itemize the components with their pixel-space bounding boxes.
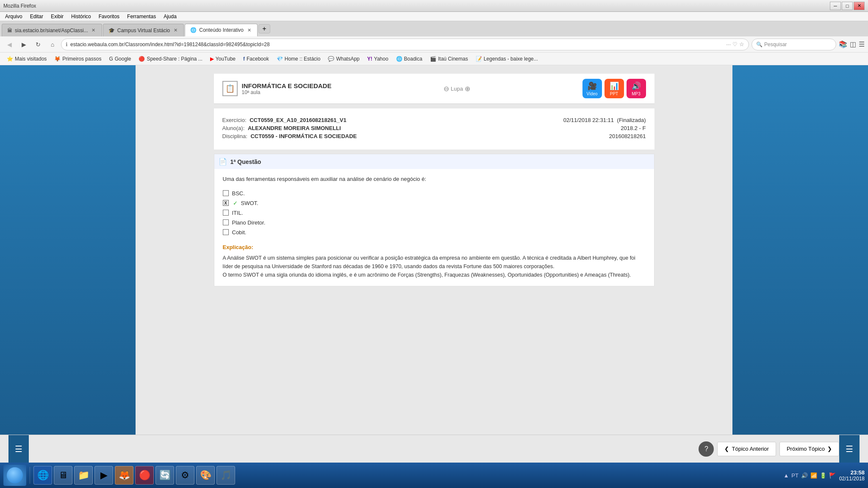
course-title-area: 📋 INFORMÁTICA E SOCIEDADE 10ª aula bbox=[222, 81, 332, 96]
document-icon: 📋 bbox=[225, 84, 235, 93]
tab-campus[interactable]: 🎓 Campus Virtual Estácio ✕ bbox=[103, 24, 184, 36]
bookmark-speedshare[interactable]: 🔴 Speed-Share : Página ... bbox=[135, 55, 205, 63]
taskbar-ie[interactable]: 🌐 bbox=[33, 466, 52, 485]
taskbar-settings[interactable]: ⚙ bbox=[176, 466, 194, 485]
prev-topic-button[interactable]: ❮ Tópico Anterior bbox=[717, 442, 776, 456]
main-area: 📋 INFORMÁTICA E SOCIEDADE 10ª aula ⊖ Lup… bbox=[0, 65, 868, 463]
bookmark-yahoo[interactable]: Y! Yahoo bbox=[364, 55, 392, 63]
taskbar-update[interactable]: 🔄 bbox=[155, 466, 174, 485]
menu-editar[interactable]: Editar bbox=[27, 13, 47, 20]
bookmark-star-icon[interactable]: ♡ bbox=[732, 41, 738, 47]
reader-icon[interactable]: ☆ bbox=[739, 41, 744, 47]
menu-historico[interactable]: Histórico bbox=[68, 13, 94, 20]
bookmark-home-estacio[interactable]: 💎 Home :: Estácio bbox=[273, 55, 324, 63]
boadica-icon: 🌐 bbox=[396, 56, 402, 62]
zoom-controls: ⊖ Lupa ⊕ bbox=[444, 85, 470, 93]
title-bar-text: Mozilla Firefox bbox=[3, 3, 36, 9]
home-button[interactable]: ⌂ bbox=[47, 39, 58, 50]
left-menu-button[interactable]: ☰ bbox=[8, 435, 29, 463]
taskbar-firefox[interactable]: 🦊 bbox=[115, 466, 133, 485]
taskbar-paint[interactable]: 🎨 bbox=[196, 466, 215, 485]
youtube-icon: ▶ bbox=[210, 56, 214, 62]
option-bsc[interactable]: BSC. bbox=[223, 190, 646, 197]
address-icons: ··· ♡ ☆ bbox=[726, 41, 744, 47]
maximize-button[interactable]: □ bbox=[842, 2, 853, 10]
checkbox-cobit[interactable] bbox=[223, 229, 229, 235]
bookmark-boadica[interactable]: 🌐 Boadica bbox=[393, 55, 426, 63]
tab-close-campus[interactable]: ✕ bbox=[172, 28, 178, 33]
video-button[interactable]: 🎥 Vídeo bbox=[582, 79, 602, 98]
back-button[interactable]: ◀ bbox=[3, 39, 15, 50]
checkbox-bsc[interactable] bbox=[223, 190, 229, 196]
menu-favoritos[interactable]: Favoritos bbox=[95, 13, 123, 20]
bookmark-google[interactable]: G Google bbox=[105, 55, 134, 63]
tray-flag-icon: 🚩 bbox=[829, 472, 836, 479]
sidebar-right bbox=[732, 65, 868, 463]
bookmark-youtube[interactable]: ▶ YouTube bbox=[207, 55, 239, 63]
zoom-in-button[interactable]: ⊕ bbox=[465, 85, 470, 93]
option-label-itil: ITIL. bbox=[232, 210, 243, 216]
help-button[interactable]: ? bbox=[699, 441, 714, 457]
search-box[interactable]: 🔍 Pesquisar bbox=[752, 39, 836, 50]
tab-close-sianet[interactable]: ✕ bbox=[91, 28, 97, 33]
exercise-area: Exercício: CCT0559_EX_A10_201608218261_V… bbox=[214, 108, 654, 150]
library-icon[interactable]: 📚 bbox=[839, 40, 847, 48]
bookmark-label: Legendas - baixe lege... bbox=[484, 56, 538, 62]
bookmarks-bar: ⭐ Mais visitados 🦊 Primeiros passos G Go… bbox=[0, 53, 868, 65]
close-button[interactable]: ✕ bbox=[854, 2, 865, 10]
minimize-button[interactable]: ─ bbox=[830, 2, 841, 10]
question-text: Uma das ferramentas responsáveis em auxi… bbox=[223, 175, 646, 183]
checkbox-itil[interactable] bbox=[223, 210, 229, 216]
bookmark-primeiros-passos[interactable]: 🦊 Primeiros passos bbox=[51, 55, 105, 63]
menu-ferramentas[interactable]: Ferramentas bbox=[124, 13, 159, 20]
address-box[interactable]: ℹ estacio.webaula.com.br/Classroom/index… bbox=[61, 39, 749, 50]
tab-close-conteudo[interactable]: ✕ bbox=[246, 27, 252, 33]
exercise-semester-right: 2018.2 - F bbox=[621, 125, 646, 131]
menu-exibir[interactable]: Exibir bbox=[47, 13, 67, 20]
tray-up-arrow[interactable]: ▲ bbox=[783, 472, 789, 479]
menu-arquivo[interactable]: Arquivo bbox=[2, 13, 26, 20]
taskbar-opera[interactable]: 🔴 bbox=[135, 466, 154, 485]
sidebar-icon[interactable]: ◫ bbox=[850, 40, 856, 48]
bookmark-mais-visitados[interactable]: ⭐ Mais visitados bbox=[3, 55, 50, 63]
tab-conteudo[interactable]: 🌐 Conteúdo Interativo ✕ bbox=[185, 24, 258, 36]
bookmark-legendas[interactable]: 📝 Legendas - baixe lege... bbox=[472, 55, 541, 63]
bookmark-whatsapp[interactable]: 💬 WhatsApp bbox=[324, 55, 363, 63]
exercise-semester: 2018.2 - F bbox=[621, 125, 646, 131]
option-label-cobit: Cobit. bbox=[232, 229, 247, 236]
clock: 23:58 02/11/2018 bbox=[839, 469, 865, 482]
question-icon: 📄 bbox=[219, 158, 227, 166]
right-menu-button[interactable]: ☰ bbox=[839, 435, 860, 463]
taskbar-media[interactable]: ▶ bbox=[94, 466, 113, 485]
tab-label-conteudo: Conteúdo Interativo bbox=[199, 27, 244, 33]
video-icon: 🎥 bbox=[588, 81, 597, 91]
taskbar-explorer[interactable]: 🖥 bbox=[54, 466, 72, 485]
more-icon[interactable]: ··· bbox=[726, 41, 731, 47]
taskbar-right: ▲ PT 🔊 📶 🔋 🚩 23:58 02/11/2018 bbox=[783, 469, 865, 482]
zoom-out-button[interactable]: ⊖ bbox=[444, 85, 449, 93]
option-cobit[interactable]: Cobit. bbox=[223, 229, 646, 236]
mp3-button[interactable]: 🔊 MP3 bbox=[627, 79, 646, 98]
bookmark-facebook[interactable]: f Facebook bbox=[240, 55, 272, 63]
explanation-text: A Análise SWOT é um sistema simples para… bbox=[223, 254, 646, 279]
menu-ajuda[interactable]: Ajuda bbox=[160, 13, 180, 20]
ppt-button[interactable]: 📊 PPT bbox=[605, 79, 624, 98]
menu-icon[interactable]: ☰ bbox=[859, 40, 865, 48]
start-button[interactable] bbox=[3, 465, 26, 486]
checkbox-plano-diretor[interactable] bbox=[223, 219, 229, 225]
bookmark-itau-cinemas[interactable]: 🎬 Itaú Cinemas bbox=[427, 55, 471, 63]
checkbox-swot[interactable]: X bbox=[223, 200, 229, 206]
tab-sianet[interactable]: 🏛 sia.estacio.br/sianet/AspClassi... ✕ bbox=[2, 24, 102, 36]
reload-button[interactable]: ↻ bbox=[32, 39, 44, 50]
forward-button[interactable]: ▶ bbox=[18, 39, 30, 50]
bookmark-label: Primeiros passos bbox=[62, 56, 101, 62]
bookmark-label: YouTube bbox=[216, 56, 236, 62]
new-tab-button[interactable]: + bbox=[258, 24, 270, 33]
toolbar-icons: 📚 ◫ ☰ bbox=[839, 40, 865, 48]
option-swot[interactable]: X ✓ SWOT. bbox=[223, 200, 646, 206]
taskbar-itunes[interactable]: 🎵 bbox=[216, 466, 235, 485]
taskbar-files[interactable]: 📁 bbox=[74, 466, 93, 485]
option-itil[interactable]: ITIL. bbox=[223, 210, 646, 216]
option-plano-diretor[interactable]: Plano Diretor. bbox=[223, 219, 646, 226]
next-topic-button[interactable]: Próximo Tópico ❯ bbox=[779, 442, 839, 456]
